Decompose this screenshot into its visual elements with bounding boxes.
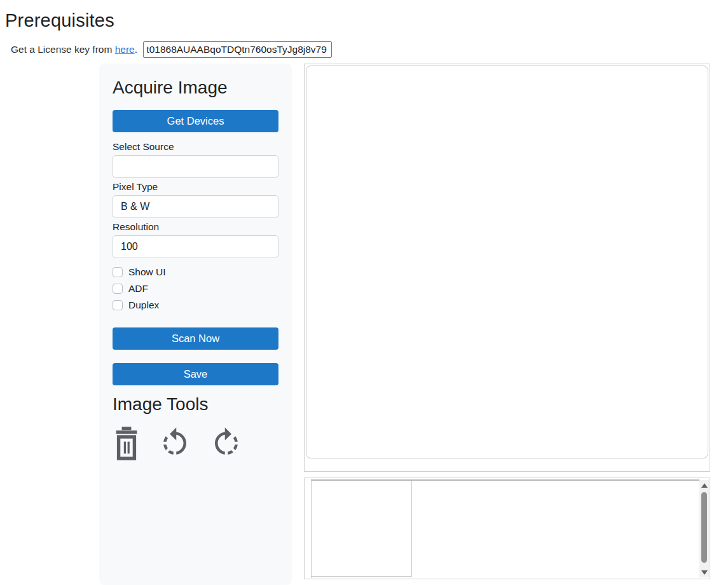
- thumbnail-page-cell[interactable]: [312, 481, 412, 577]
- scroll-down-button[interactable]: [699, 567, 709, 577]
- document-viewer-container: [304, 64, 710, 472]
- resolution-input[interactable]: [113, 235, 278, 258]
- scroll-up-button[interactable]: [699, 480, 709, 490]
- duplex-checkbox-row[interactable]: Duplex: [113, 297, 278, 313]
- select-source-dropdown[interactable]: [113, 155, 278, 178]
- rotate-left-icon[interactable]: [158, 426, 192, 460]
- show-ui-checkbox-row[interactable]: Show UI: [113, 264, 278, 280]
- license-row: Get a License key from here .: [11, 41, 332, 59]
- acquire-panel: Acquire Image Get Devices Select Source …: [99, 64, 292, 585]
- license-here-link[interactable]: here: [115, 44, 135, 55]
- scan-options-group: Show UI ADF Duplex: [113, 264, 278, 313]
- image-tools-row: [113, 425, 278, 461]
- pixel-type-label: Pixel Type: [113, 181, 278, 193]
- arrow-up-icon: [701, 483, 708, 488]
- rotate-right-icon[interactable]: [209, 426, 244, 460]
- adf-checkbox[interactable]: [113, 284, 123, 294]
- save-button[interactable]: Save: [113, 363, 278, 385]
- thumbnail-viewer[interactable]: [311, 479, 699, 578]
- thumbnail-scrollbar[interactable]: [699, 480, 709, 577]
- acquire-image-heading: Acquire Image: [113, 78, 278, 98]
- resolution-label: Resolution: [113, 221, 278, 233]
- page-title: Prerequisites: [5, 10, 114, 31]
- adf-label: ADF: [128, 283, 148, 294]
- pixel-type-dropdown[interactable]: B & W: [113, 195, 278, 218]
- trash-icon[interactable]: [113, 425, 141, 461]
- scan-now-button[interactable]: Scan Now: [113, 327, 278, 350]
- duplex-checkbox[interactable]: [113, 300, 123, 310]
- select-source-label: Select Source: [113, 141, 278, 153]
- pixel-type-value: B & W: [121, 201, 149, 212]
- duplex-label: Duplex: [128, 299, 159, 311]
- adf-checkbox-row[interactable]: ADF: [113, 280, 278, 297]
- get-devices-button[interactable]: Get Devices: [113, 110, 278, 132]
- arrow-down-icon: [701, 570, 708, 575]
- thumbnail-viewer-container: [304, 478, 710, 579]
- image-tools-heading: Image Tools: [113, 394, 278, 415]
- scrollbar-thumb[interactable]: [701, 492, 707, 563]
- license-period: .: [135, 44, 141, 55]
- license-text: Get a License key from: [11, 44, 115, 55]
- document-viewer[interactable]: [306, 65, 708, 458]
- show-ui-label: Show UI: [128, 266, 166, 278]
- show-ui-checkbox[interactable]: [113, 267, 123, 277]
- license-key-input[interactable]: [143, 41, 332, 58]
